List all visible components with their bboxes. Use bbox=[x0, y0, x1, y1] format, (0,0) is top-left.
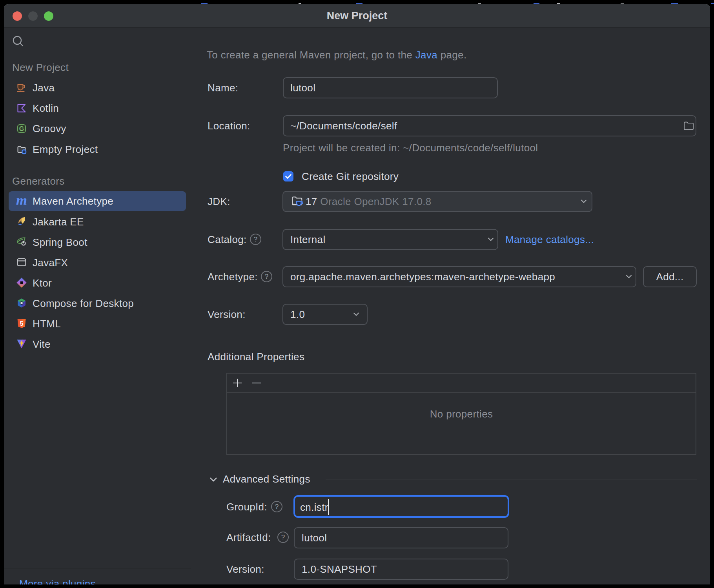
svg-text:5: 5 bbox=[20, 320, 24, 327]
svg-text:G: G bbox=[19, 125, 24, 132]
svg-text:m: m bbox=[16, 196, 27, 207]
